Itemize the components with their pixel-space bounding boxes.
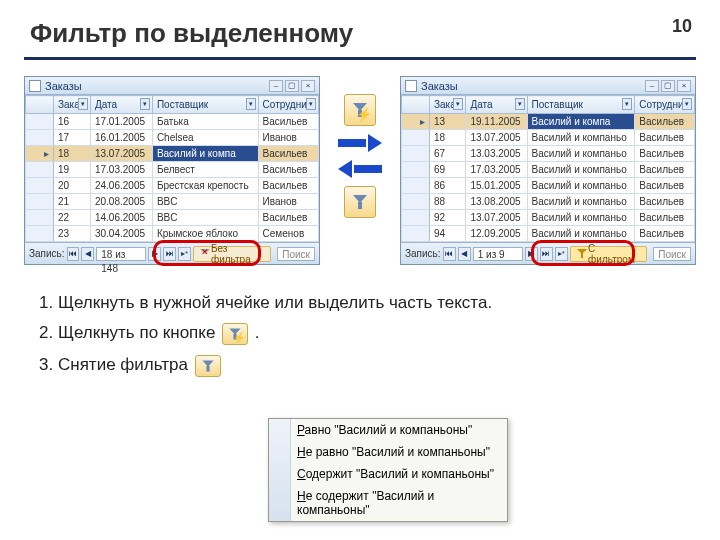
cell[interactable]: 13.03.2005 [466,146,527,162]
nav-first-button[interactable]: ⏮ [67,247,80,261]
table-row[interactable]: 1716.01.2005ChelseaИванов [26,130,319,146]
cell[interactable]: 12.09.2005 [466,226,527,242]
column-header[interactable]: Поставщик▾ [152,96,258,114]
cell[interactable]: Васильев [635,194,695,210]
table-row[interactable]: 2214.06.2005BBCВасильев [26,210,319,226]
cell[interactable]: 17.01.2005 [90,114,152,130]
cell[interactable]: Васильев [258,178,318,194]
cell[interactable]: Chelsea [152,130,258,146]
cell[interactable]: 30.04.2005 [90,226,152,242]
nav-first-button[interactable]: ⏮ [443,247,456,261]
cell[interactable]: 67 [430,146,466,162]
table-row[interactable]: ▸1813.07.2005Василий и компаВасильев [26,146,319,162]
cell[interactable]: Василий и компаньо [527,210,635,226]
menu-item[interactable]: Не содержит "Василий и компаньоны" [269,485,507,521]
nav-last-button[interactable]: ⏭ [540,247,553,261]
cell[interactable]: 92 [430,210,466,226]
cell[interactable]: 21 [54,194,91,210]
column-header[interactable]: Сотрудник▾ [635,96,695,114]
cell[interactable]: 18 [430,130,466,146]
cell[interactable]: 69 [430,162,466,178]
cell[interactable]: Василий и компаньо [527,194,635,210]
toggle-filter-button[interactable] [344,186,376,218]
cell[interactable]: 16.01.2005 [90,130,152,146]
table-row[interactable]: 1813.07.2005Василий и компаньоВасильев [402,130,695,146]
column-header[interactable]: Заказ▾ [54,96,91,114]
table-row[interactable]: 1617.01.2005БатькаВасильев [26,114,319,130]
dropdown-icon[interactable]: ▾ [140,98,150,110]
table-row[interactable]: 9213.07.2005Василий и компаньоВасильев [402,210,695,226]
minimize-button[interactable]: – [645,80,659,92]
cell[interactable]: 17.03.2005 [90,162,152,178]
cell[interactable]: 13.07.2005 [466,130,527,146]
menu-item[interactable]: Содержит "Василий и компаньоны" [269,463,507,485]
menu-item[interactable]: Не равно "Василий и компаньоны" [269,441,507,463]
table-row[interactable]: 6713.03.2005Василий и компаньоВасильев [402,146,695,162]
cell[interactable]: 13.08.2005 [466,194,527,210]
column-header[interactable]: Дата▾ [466,96,527,114]
cell[interactable]: 94 [430,226,466,242]
cell[interactable]: 15.01.2005 [466,178,527,194]
maximize-button[interactable]: ▢ [285,80,299,92]
nav-next-button[interactable]: ▶ [525,247,538,261]
cell[interactable]: Васильев [635,178,695,194]
cell[interactable]: Батька [152,114,258,130]
cell[interactable]: Семенов [258,226,318,242]
table-row[interactable]: 8813.08.2005Василий и компаньоВасильев [402,194,695,210]
column-header[interactable]: Заказ▾ [430,96,466,114]
table-row[interactable]: ▸1319.11.2005Василий и компаВасильев [402,114,695,130]
cell[interactable]: Иванов [258,194,318,210]
cell[interactable]: Васильев [635,146,695,162]
cell[interactable]: Василий и компаньо [527,162,635,178]
cell[interactable]: Крымское яблоко [152,226,258,242]
table-row[interactable]: 2120.08.2005BBCИванов [26,194,319,210]
cell[interactable]: 86 [430,178,466,194]
table-row[interactable]: 8615.01.2005Василий и компаньоВасильев [402,178,695,194]
cell[interactable]: 17 [54,130,91,146]
maximize-button[interactable]: ▢ [661,80,675,92]
data-grid[interactable]: Заказ▾Дата▾Поставщик▾Сотрудник▾1617.01.2… [25,95,319,242]
cell[interactable]: 13.07.2005 [466,210,527,226]
cell[interactable]: Белвест [152,162,258,178]
nav-prev-button[interactable]: ◀ [81,247,94,261]
filter-by-selection-button[interactable]: ⚡ [344,94,376,126]
table-row[interactable]: 2330.04.2005Крымское яблокоСеменов [26,226,319,242]
dropdown-icon[interactable]: ▾ [246,98,256,110]
cell[interactable]: BBC [152,194,258,210]
cell[interactable]: Иванов [258,130,318,146]
column-header[interactable]: Сотрудник▾ [258,96,318,114]
cell[interactable]: Васильев [635,114,695,130]
cell[interactable]: 23 [54,226,91,242]
table-row[interactable]: 1917.03.2005БелвестВасильев [26,162,319,178]
cell[interactable]: Василий и компаньо [527,130,635,146]
nav-new-button[interactable]: ▸* [555,247,568,261]
filter-indicator-on[interactable]: С фильтром [570,246,647,262]
nav-last-button[interactable]: ⏭ [163,247,176,261]
search-input[interactable]: Поиск [653,247,691,261]
table-row[interactable]: 9412.09.2005Василий и компаньоВасильев [402,226,695,242]
dropdown-icon[interactable]: ▾ [78,98,88,110]
cell[interactable]: Васильев [258,162,318,178]
table-row[interactable]: 6917.03.2005Василий и компаньоВасильев [402,162,695,178]
cell[interactable]: Васильев [635,226,695,242]
dropdown-icon[interactable]: ▾ [453,98,463,110]
dropdown-icon[interactable]: ▾ [682,98,692,110]
close-button[interactable]: × [301,80,315,92]
cell[interactable]: Брестская крепость [152,178,258,194]
cell[interactable]: Васильев [635,162,695,178]
cell[interactable]: Васильев [635,210,695,226]
nav-prev-button[interactable]: ◀ [458,247,471,261]
column-header[interactable]: Дата▾ [90,96,152,114]
cell[interactable]: Васильев [258,114,318,130]
close-button[interactable]: × [677,80,691,92]
dropdown-icon[interactable]: ▾ [622,98,632,110]
nav-new-button[interactable]: ▸* [178,247,191,261]
search-input[interactable]: Поиск [277,247,315,261]
cell[interactable]: 16 [54,114,91,130]
cell[interactable]: Василий и компаньо [527,178,635,194]
cell[interactable]: Васильев [635,130,695,146]
cell[interactable]: 13.07.2005 [90,146,152,162]
filter-by-selection-button-inline[interactable]: ⚡ [222,323,248,345]
table-row[interactable]: 2024.06.2005Брестская крепостьВасильев [26,178,319,194]
cell[interactable]: Василий и компаньо [527,146,635,162]
